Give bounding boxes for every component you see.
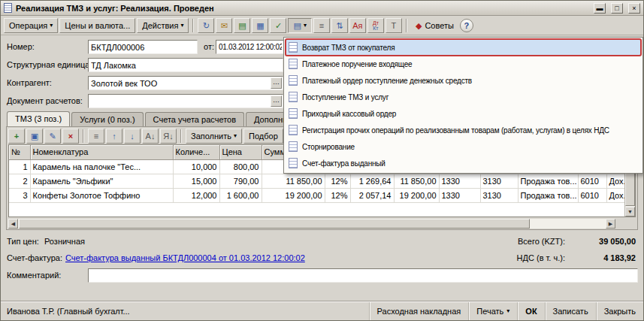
table-cell[interactable]: 19 200,00 <box>394 188 439 202</box>
delete-row-button[interactable]: × <box>62 129 79 144</box>
menu-item[interactable]: Приходный кассовый ордер <box>286 105 641 122</box>
table-cell[interactable]: 2 <box>9 174 30 188</box>
settlement-doc-field[interactable] <box>88 94 283 108</box>
fill-button[interactable]: Заполнить ▾ <box>186 129 242 144</box>
table-cell[interactable]: 6010 <box>578 174 606 188</box>
horizontal-scrollbar[interactable]: ◀ ▶ <box>8 219 615 229</box>
maximize-button[interactable]: □ <box>611 3 623 14</box>
number-field[interactable] <box>88 40 198 54</box>
minimize-button[interactable]: ▬ <box>594 3 606 14</box>
toolbar-separator <box>192 19 194 32</box>
table-cell[interactable]: 6010 <box>578 188 606 202</box>
print-button[interactable]: Печать ▾ <box>468 302 517 320</box>
tab-settlement-accounts[interactable]: Счета учета расчетов <box>145 112 244 126</box>
sort-desc-button[interactable]: Я↓ <box>160 129 177 144</box>
sort-letters-button[interactable]: Ая <box>349 18 366 33</box>
menu-item[interactable]: Платежное поручение входящее <box>286 56 641 72</box>
column-header[interactable]: Цена <box>219 145 262 159</box>
edit-row-button[interactable]: ✎ <box>44 129 61 144</box>
menu-item[interactable]: Возврат ТМЗ от покупателя <box>286 39 641 56</box>
horizontal-scroll-thumb[interactable] <box>19 219 530 229</box>
posting-result-button[interactable]: Т <box>385 18 402 33</box>
table-cell[interactable]: 1330 <box>439 174 480 188</box>
chevron-down-icon: ▾ <box>304 23 307 29</box>
show-postings-button[interactable]: ДтКт <box>367 18 384 33</box>
counterparty-field[interactable] <box>88 76 283 90</box>
menu-item[interactable]: Платежный ордер поступление денежных сре… <box>286 72 641 89</box>
close-form-button[interactable]: Закрыть <box>596 302 643 320</box>
tab-tmz[interactable]: ТМЗ (3 поз.) <box>7 111 70 126</box>
close-button[interactable]: × <box>628 3 640 14</box>
table-cell[interactable]: Продажа тов... <box>518 188 578 202</box>
copy-row-button[interactable]: ▣ <box>26 129 43 144</box>
counterparty-picker-button[interactable]: … <box>271 77 282 89</box>
table-cell[interactable]: 11 850,00 <box>262 174 325 188</box>
menu-item[interactable]: Счет-фактура выданный <box>286 155 641 171</box>
table-cell[interactable]: 1330 <box>439 188 480 202</box>
structure-button[interactable]: ≡ <box>313 18 330 33</box>
unit-field[interactable] <box>88 58 283 72</box>
table-cell[interactable]: 10,000 <box>173 159 219 174</box>
filter-t-icon: Т <box>392 21 397 30</box>
table-cell[interactable]: 3130 <box>480 174 518 188</box>
move-up-button[interactable]: ↑ <box>106 129 122 144</box>
table-cell[interactable]: Карамель "Эльфики" <box>30 174 173 188</box>
table-cell[interactable]: Продажа тов... <box>518 174 578 188</box>
table-cell[interactable]: 1 269,64 <box>350 174 394 188</box>
table-cell[interactable]: 12% <box>325 174 350 188</box>
ok-button[interactable]: ОК <box>517 302 544 320</box>
menu-item-label: Платежный ордер поступление денежных сре… <box>302 77 472 85</box>
comment-field[interactable] <box>88 268 638 283</box>
add-row-button[interactable]: + <box>8 129 25 144</box>
column-header[interactable]: Количе... <box>173 145 219 159</box>
date-field[interactable] <box>216 40 285 54</box>
help-button[interactable]: ? <box>460 19 473 32</box>
main-toolbar: Операция ▾ Цены и валюта... Действия ▾ ↻… <box>1 17 643 35</box>
scroll-left-icon[interactable]: ◀ <box>8 219 18 229</box>
table-cell[interactable]: 15,000 <box>173 174 219 188</box>
move-down-button[interactable]: ↓ <box>124 129 141 144</box>
operation-menu-button[interactable]: Операция ▾ <box>4 18 58 33</box>
save-button[interactable]: Записать <box>545 302 596 320</box>
invoice-link[interactable]: Счет-фактура выданный БКТДЛ000004 от 01.… <box>65 251 305 265</box>
menu-item[interactable]: Поступление ТМЗ и услуг <box>286 89 641 105</box>
tab-services[interactable]: Услуги (0 поз.) <box>71 112 143 126</box>
mail-button[interactable]: ✉ <box>216 18 232 33</box>
settlement-doc-picker-button[interactable]: … <box>271 95 282 107</box>
table-cell[interactable]: Конфеты Золотое Тоффино <box>30 188 173 202</box>
menu-item[interactable]: Сторнирование <box>286 138 641 155</box>
table-cell[interactable]: 790,00 <box>219 174 262 188</box>
table-cell[interactable]: 12,000 <box>173 188 219 202</box>
table-cell[interactable]: 1 <box>9 159 30 174</box>
list-settings-button[interactable]: ≡ <box>88 129 104 144</box>
prices-currency-button[interactable]: Цены и валюта... <box>59 18 135 33</box>
table-cell[interactable]: 12% <box>325 188 350 202</box>
create-based-on-button[interactable]: ▤ ▾ <box>288 18 311 33</box>
table-cell[interactable]: 1 600,00 <box>219 188 262 202</box>
tips-button[interactable]: ◆ Советы <box>411 18 458 33</box>
column-header[interactable]: Номенклатура <box>30 145 173 159</box>
table-cell[interactable]: 800,00 <box>219 159 262 174</box>
print-label: Печать <box>476 302 503 320</box>
table-cell[interactable]: Карамель на палочке "Тес... <box>30 159 173 174</box>
table-cell[interactable]: 19 200,00 <box>262 188 325 202</box>
scroll-down-icon[interactable]: ▼ <box>625 207 635 217</box>
table-cell[interactable]: 2 057,14 <box>350 188 394 202</box>
related-documents-button[interactable]: ⇅ <box>331 18 348 33</box>
table-cell[interactable]: 3130 <box>480 188 518 202</box>
table-cell[interactable]: 11 850,00 <box>394 174 439 188</box>
print-form-button[interactable]: Расходная накладная <box>369 302 469 320</box>
report-button[interactable]: ▤ <box>234 18 250 33</box>
table-cell[interactable]: 3 <box>9 188 30 202</box>
table-row: 2Карамель "Эльфики"15,000790,0011 850,00… <box>9 174 636 188</box>
post-document-button[interactable]: ✓ <box>270 18 286 33</box>
menu-item[interactable]: Регистрация прочих операций по реализова… <box>286 122 641 138</box>
refresh-button[interactable]: ↻ <box>198 18 214 33</box>
column-header[interactable]: № <box>9 145 30 159</box>
table-view-button[interactable]: ▦ <box>252 18 268 33</box>
actions-menu-button[interactable]: Действия ▾ <box>137 18 189 33</box>
scroll-right-icon[interactable]: ▶ <box>606 219 615 229</box>
document-icon <box>289 108 298 119</box>
sort-asc-button[interactable]: А↓ <box>142 129 159 144</box>
pick-button[interactable]: Подбор <box>243 129 283 144</box>
